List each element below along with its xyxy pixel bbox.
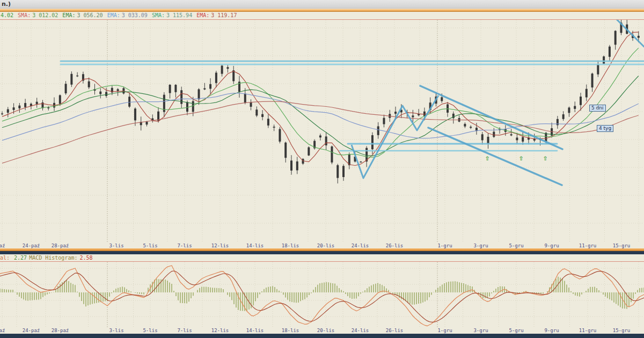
legend-item: 3 115.94: [166, 12, 192, 18]
macd-signal-label: al:: [0, 255, 10, 261]
date-tick: 24-lis: [352, 243, 369, 248]
date-tick: 28-paź: [52, 328, 69, 333]
date-tick: 7-lis: [177, 243, 192, 248]
date-tick: 3-gru: [473, 243, 488, 248]
date-tick: 28-paź: [52, 243, 69, 248]
legend-item: 3 012.02: [32, 12, 58, 18]
price-chart-canvas[interactable]: ⇧⇧⇧: [0, 20, 644, 243]
date-tick: 7-lis: [177, 328, 192, 333]
date-axis-top: aź24-paź28-paź3-lis5-lis7-lis12-lis14-li…: [0, 243, 644, 248]
date-tick: 15-gru: [613, 328, 631, 333]
legend-item: SMA:: [18, 12, 31, 18]
date-tick: aź: [0, 328, 5, 333]
bottom-status-bar: [0, 334, 644, 338]
price-legend: 4.02SMA:3 012.02EMA:3 056.20EMA:3 033.09…: [0, 12, 644, 20]
date-tick: 26-lis: [386, 328, 404, 333]
date-tick: 14-lis: [246, 243, 264, 248]
date-tick: 24-paź: [23, 328, 40, 333]
legend-item: 3 033.09: [122, 12, 148, 18]
date-tick: 5-lis: [143, 243, 157, 248]
date-tick: 11-gru: [579, 328, 597, 333]
legend-item: 4.02: [1, 12, 13, 18]
legend-item: EMA:: [62, 12, 75, 18]
legend-item: EMA:: [107, 12, 120, 18]
date-tick: 12-lis: [211, 328, 229, 333]
date-tick: 5-gru: [509, 243, 523, 248]
date-tick: 24-paź: [23, 243, 40, 248]
macd-histogram-value: 2.58: [79, 255, 92, 261]
buy-signal-arrow-icon: ⇧: [543, 153, 547, 162]
date-tick: 20-lis: [317, 243, 335, 248]
legend-item: SMA:: [152, 12, 165, 18]
date-tick: 3-lis: [109, 328, 123, 333]
window-title: n.): [2, 1, 11, 8]
macd-panel[interactable]: [0, 262, 644, 328]
date-tick: aź: [0, 243, 5, 248]
label-4-tyg[interactable]: 4 tyg: [597, 125, 613, 132]
macd-legend: al:2.27MACD Histogram:2.58: [0, 254, 644, 262]
date-tick: 12-lis: [211, 243, 229, 248]
date-tick: 18-lis: [282, 328, 299, 333]
buy-signal-arrow-icon: ⇧: [485, 153, 489, 162]
date-tick: 1-gru: [437, 243, 452, 248]
label-5-dni[interactable]: 5 dni: [589, 105, 606, 112]
price-chart[interactable]: ⇧⇧⇧ 5 dni 4 tyg: [0, 20, 644, 243]
date-tick: 5-lis: [143, 328, 157, 333]
legend-item: 3 119.17: [211, 12, 237, 18]
date-tick: 11-gru: [579, 243, 597, 248]
date-tick: 9-gru: [544, 328, 559, 333]
date-tick: 26-lis: [386, 243, 404, 248]
date-tick: 3-lis: [109, 243, 123, 248]
macd-canvas[interactable]: [0, 262, 644, 328]
date-tick: 18-lis: [282, 243, 299, 248]
legend-item: 3 056.20: [77, 12, 103, 18]
date-axis-bottom: aź24-paź28-paź3-lis5-lis7-lis12-lis14-li…: [0, 328, 644, 334]
window-title-bar[interactable]: n.): [0, 0, 644, 9]
date-tick: 14-lis: [246, 328, 264, 333]
date-tick: 1-gru: [437, 328, 452, 333]
buy-signal-arrow-icon: ⇧: [519, 153, 523, 162]
date-tick: 5-gru: [509, 328, 523, 333]
legend-item: EMA:: [196, 12, 209, 18]
date-tick: 15-gru: [613, 243, 631, 248]
charting-app-window: n.) 4.02SMA:3 012.02EMA:3 056.20EMA:3 03…: [0, 0, 644, 338]
macd-signal-value: 2.27: [14, 255, 27, 261]
date-tick: 24-lis: [352, 328, 369, 333]
date-tick: 20-lis: [317, 328, 335, 333]
macd-histogram-label: MACD Histogram:: [29, 255, 77, 261]
date-tick: 3-gru: [473, 328, 488, 333]
date-tick: 9-gru: [544, 243, 559, 248]
